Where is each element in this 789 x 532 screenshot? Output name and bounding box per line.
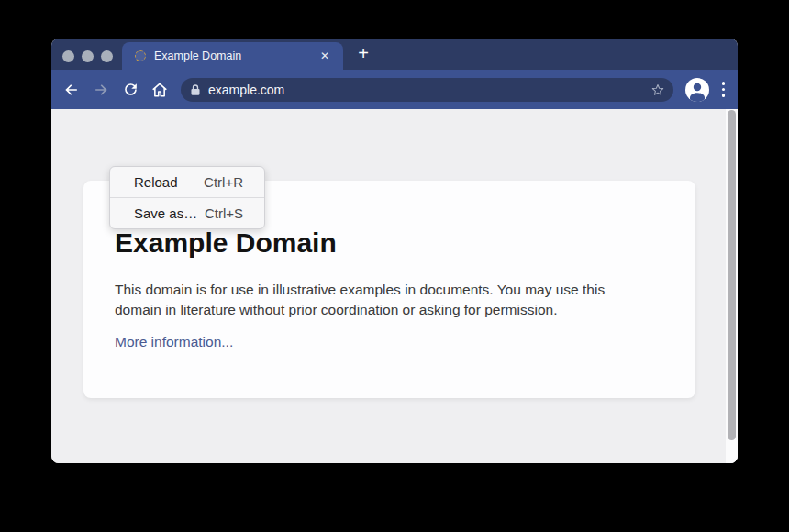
page-title: Example Domain (115, 227, 664, 260)
bookmark-button[interactable] (650, 82, 666, 98)
tab-strip: Example Domain ✕ + (51, 39, 738, 70)
reload-button[interactable] (119, 79, 141, 101)
page-viewport: Example Domain This domain is for use in… (51, 109, 738, 463)
menu-item-label: Save as… (134, 205, 197, 221)
star-icon (650, 82, 666, 98)
tab-title: Example Domain (154, 50, 310, 62)
url-text[interactable]: example.com (208, 83, 284, 97)
kebab-dot (722, 88, 726, 92)
profile-button[interactable] (685, 78, 709, 102)
window-minimize-button[interactable] (82, 50, 94, 62)
window-close-button[interactable] (62, 50, 74, 62)
kebab-dot (722, 82, 726, 85)
menu-item-label: Reload (134, 174, 178, 190)
new-tab-button[interactable]: + (352, 43, 374, 65)
tab-example-domain[interactable]: Example Domain ✕ (122, 42, 343, 70)
window-controls (62, 50, 113, 62)
page-paragraph: This domain is for use in illustrative e… (115, 280, 645, 319)
back-arrow-icon (62, 81, 81, 99)
address-bar[interactable]: example.com (181, 78, 673, 102)
context-menu-item-reload[interactable]: Reload Ctrl+R (110, 167, 264, 197)
window-zoom-button[interactable] (101, 50, 113, 62)
forward-button[interactable] (90, 79, 112, 101)
context-menu: Reload Ctrl+R Save as… Ctrl+S (109, 166, 265, 229)
browser-window: Example Domain ✕ + example.com (51, 39, 738, 463)
home-icon (150, 81, 169, 99)
more-information-link[interactable]: More information... (115, 334, 233, 350)
navigation-toolbar: example.com (51, 70, 738, 109)
scrollbar-track[interactable] (726, 109, 738, 463)
tab-close-icon[interactable]: ✕ (317, 50, 332, 61)
avatar-icon (685, 78, 709, 102)
context-menu-item-save-as[interactable]: Save as… Ctrl+S (110, 198, 264, 228)
back-button[interactable] (61, 79, 83, 101)
browser-menu-button[interactable] (722, 82, 726, 97)
kebab-dot (722, 94, 726, 97)
reload-icon (122, 81, 139, 98)
forward-arrow-icon (92, 81, 110, 99)
home-button[interactable] (149, 79, 171, 101)
favicon-globe-icon (135, 50, 146, 61)
menu-item-shortcut: Ctrl+R (204, 174, 243, 190)
menu-item-shortcut: Ctrl+S (205, 205, 243, 221)
scrollbar-thumb[interactable] (728, 110, 736, 440)
lock-icon (190, 83, 201, 96)
